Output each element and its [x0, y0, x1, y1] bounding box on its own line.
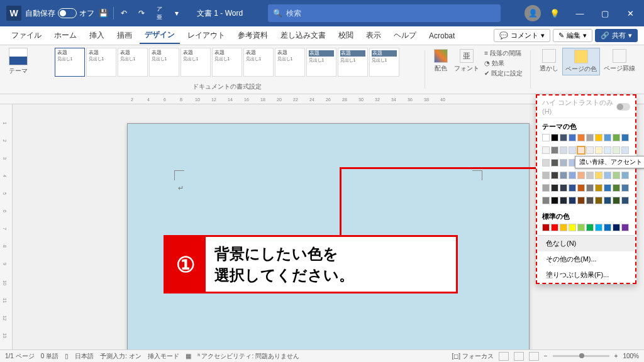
- color-swatch[interactable]: [577, 184, 585, 192]
- color-swatch[interactable]: [542, 184, 550, 192]
- view-read-icon[interactable]: [499, 352, 509, 361]
- color-swatch[interactable]: [604, 184, 611, 192]
- status-language[interactable]: 日本語: [75, 352, 94, 361]
- help-icon[interactable]: 💡: [543, 4, 566, 22]
- color-swatch[interactable]: [604, 146, 611, 154]
- tab-layout[interactable]: レイアウト: [182, 28, 230, 43]
- high-contrast-toggle[interactable]: ハイ コントラストのみ(H): [537, 96, 635, 118]
- close-button[interactable]: ✕: [619, 4, 641, 22]
- fill-effects-item[interactable]: 塗りつぶし効果(F)...: [537, 267, 635, 283]
- color-swatch[interactable]: [569, 197, 576, 204]
- color-swatch[interactable]: [621, 224, 629, 231]
- macro-icon[interactable]: ▦: [186, 353, 191, 359]
- color-swatch[interactable]: [542, 146, 550, 154]
- color-swatch[interactable]: [621, 172, 629, 179]
- color-swatch[interactable]: [560, 172, 567, 179]
- color-swatch[interactable]: [569, 224, 576, 231]
- color-swatch[interactable]: [604, 172, 611, 179]
- user-avatar-icon[interactable]: 👤: [525, 5, 541, 21]
- tab-home[interactable]: ホーム: [49, 28, 82, 43]
- tab-mailings[interactable]: 差し込み文書: [275, 28, 331, 43]
- color-swatch[interactable]: [551, 184, 558, 192]
- status-insert-mode[interactable]: 挿入モード: [148, 352, 179, 361]
- quick-access-icon[interactable]: ア亜: [150, 4, 168, 22]
- maximize-button[interactable]: ▢: [594, 4, 616, 22]
- fonts-button[interactable]: 亜フォント: [452, 48, 482, 74]
- style-card[interactable]: 表題見出し1: [243, 48, 274, 77]
- color-swatch[interactable]: [560, 184, 567, 192]
- color-swatch[interactable]: [577, 134, 585, 141]
- view-web-icon[interactable]: [529, 352, 539, 361]
- focus-mode[interactable]: [◻] フォーカス: [452, 352, 493, 361]
- color-swatch[interactable]: [551, 224, 558, 231]
- color-swatch[interactable]: [569, 184, 576, 192]
- color-swatch[interactable]: [551, 159, 558, 167]
- undo-icon[interactable]: ↶: [115, 4, 133, 22]
- color-swatch[interactable]: [569, 134, 576, 141]
- style-card[interactable]: 表題見出し1: [180, 48, 211, 77]
- zoom-in-button[interactable]: +: [614, 353, 618, 359]
- color-swatch[interactable]: [604, 134, 611, 141]
- color-swatch[interactable]: [613, 184, 620, 192]
- color-swatch[interactable]: [621, 197, 629, 204]
- style-card[interactable]: 表題見出し1: [149, 48, 179, 77]
- style-card[interactable]: 表題見出し1: [338, 48, 368, 77]
- zoom-out-button[interactable]: −: [544, 353, 548, 359]
- color-swatch[interactable]: [613, 197, 620, 204]
- a11y-icon[interactable]: ᴿ アクセシビリティ: 問題ありません: [197, 352, 299, 361]
- style-card[interactable]: 表題見出し1: [275, 48, 305, 77]
- color-swatch[interactable]: [613, 172, 620, 179]
- color-swatch[interactable]: [542, 134, 550, 141]
- share-button[interactable]: 🔗 共有 ▾: [595, 29, 638, 42]
- tab-file[interactable]: ファイル: [6, 28, 47, 43]
- color-swatch[interactable]: [542, 159, 550, 167]
- watermark-button[interactable]: 透かし: [537, 48, 561, 74]
- style-card[interactable]: 表題見出し1: [55, 48, 85, 77]
- color-swatch[interactable]: [586, 197, 594, 204]
- paragraph-spacing-button[interactable]: ≡ 段落の間隔: [484, 49, 523, 58]
- color-swatch[interactable]: [560, 146, 567, 154]
- color-swatch[interactable]: [621, 134, 629, 141]
- search-box[interactable]: 🔍 検索: [268, 4, 501, 22]
- tab-help[interactable]: ヘルプ: [389, 28, 421, 43]
- tab-acrobat[interactable]: Acrobat: [424, 29, 460, 43]
- color-swatch[interactable]: [551, 172, 558, 179]
- color-swatch[interactable]: [577, 146, 585, 154]
- color-swatch[interactable]: [613, 224, 620, 231]
- autosave-toggle[interactable]: 自動保存 オフ: [25, 8, 94, 19]
- color-swatch[interactable]: [604, 197, 611, 204]
- status-ime[interactable]: 予測入力: オン: [100, 352, 142, 361]
- effects-button[interactable]: ◔ 効果: [484, 59, 523, 68]
- set-default-button[interactable]: ✔ 既定に設定: [484, 69, 523, 78]
- style-card[interactable]: 表題見出し1: [86, 48, 116, 77]
- color-swatch[interactable]: [569, 146, 576, 154]
- style-card[interactable]: 表題見出し1: [369, 48, 399, 77]
- color-swatch[interactable]: [542, 224, 550, 231]
- style-card[interactable]: 表題見出し1: [306, 48, 336, 77]
- vertical-ruler[interactable]: 12345678910111213: [0, 104, 13, 349]
- color-swatch[interactable]: [551, 197, 558, 204]
- zoom-slider[interactable]: [553, 355, 609, 357]
- color-swatch[interactable]: [595, 197, 602, 204]
- color-swatch[interactable]: [595, 224, 602, 231]
- color-swatch[interactable]: [560, 159, 567, 167]
- tab-review[interactable]: 校閲: [333, 28, 358, 43]
- comment-button[interactable]: 💬 コメント ▾: [494, 29, 550, 42]
- color-swatch[interactable]: [586, 184, 594, 192]
- color-swatch[interactable]: [604, 224, 611, 231]
- color-swatch[interactable]: [621, 184, 629, 192]
- page-border-button[interactable]: ページ罫線: [601, 48, 638, 74]
- color-swatch[interactable]: [586, 224, 594, 231]
- color-swatch[interactable]: [560, 224, 567, 231]
- color-swatch[interactable]: [542, 197, 550, 204]
- color-swatch[interactable]: [613, 146, 620, 154]
- view-print-icon[interactable]: [514, 352, 524, 361]
- color-swatch[interactable]: [595, 184, 602, 192]
- color-swatch[interactable]: [586, 172, 594, 179]
- status-words[interactable]: 0 単語: [41, 352, 58, 361]
- style-gallery[interactable]: 表題見出し1表題見出し1表題見出し1表題見出し1表題見出し1表題見出し1表題見出…: [55, 48, 399, 81]
- redo-icon[interactable]: ↷: [133, 4, 150, 22]
- color-swatch[interactable]: [569, 172, 576, 179]
- tab-draw[interactable]: 描画: [112, 28, 137, 43]
- qat-dropdown-icon[interactable]: ▾: [168, 4, 186, 22]
